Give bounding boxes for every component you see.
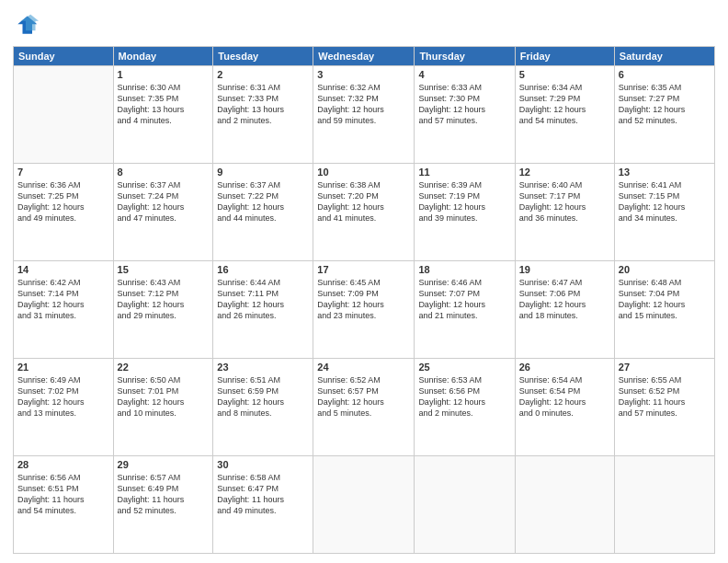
calendar-table: SundayMondayTuesdayWednesdayThursdayFrid…: [13, 46, 715, 554]
weekday-wednesday: Wednesday: [313, 47, 415, 66]
day-number: 3: [317, 69, 410, 80]
day-info: Sunrise: 6:51 AMSunset: 6:59 PMDaylight:…: [217, 374, 309, 419]
calendar-cell: 27Sunrise: 6:55 AMSunset: 6:52 PMDayligh…: [614, 359, 714, 456]
day-info: Sunrise: 6:53 AMSunset: 6:56 PMDaylight:…: [418, 374, 510, 419]
calendar-cell: 3Sunrise: 6:32 AMSunset: 7:32 PMDaylight…: [313, 66, 415, 164]
day-info: Sunrise: 6:52 AMSunset: 6:57 PMDaylight:…: [317, 374, 410, 419]
day-info: Sunrise: 6:36 AMSunset: 7:25 PMDaylight:…: [17, 179, 109, 224]
calendar-cell: 14Sunrise: 6:42 AMSunset: 7:14 PMDayligh…: [14, 261, 114, 359]
calendar-cell: 19Sunrise: 6:47 AMSunset: 7:06 PMDayligh…: [515, 261, 614, 359]
day-number: 1: [118, 69, 210, 80]
calendar-cell: 10Sunrise: 6:38 AMSunset: 7:20 PMDayligh…: [313, 164, 415, 261]
calendar-cell: 18Sunrise: 6:46 AMSunset: 7:07 PMDayligh…: [415, 261, 515, 359]
calendar-cell: 17Sunrise: 6:45 AMSunset: 7:09 PMDayligh…: [313, 261, 415, 359]
calendar-cell: 16Sunrise: 6:44 AMSunset: 7:11 PMDayligh…: [213, 261, 313, 359]
calendar-cell: 26Sunrise: 6:54 AMSunset: 6:54 PMDayligh…: [515, 359, 614, 456]
day-number: 15: [118, 264, 210, 275]
day-number: 18: [418, 264, 510, 275]
header: [13, 9, 715, 39]
day-number: 20: [619, 264, 711, 275]
week-row-1: 1Sunrise: 6:30 AMSunset: 7:35 PMDaylight…: [14, 66, 715, 164]
calendar-cell: 21Sunrise: 6:49 AMSunset: 7:02 PMDayligh…: [14, 359, 114, 456]
day-number: 8: [118, 167, 210, 178]
logo-icon: [13, 13, 39, 39]
weekday-header-row: SundayMondayTuesdayWednesdayThursdayFrid…: [14, 47, 715, 66]
weekday-friday: Friday: [515, 47, 614, 66]
day-number: 23: [217, 362, 309, 373]
day-info: Sunrise: 6:47 AMSunset: 7:06 PMDaylight:…: [519, 277, 610, 322]
day-number: 30: [217, 459, 309, 470]
day-number: 2: [217, 69, 309, 80]
day-number: 7: [17, 167, 109, 178]
calendar-cell: [313, 456, 415, 554]
day-number: 21: [17, 362, 109, 373]
day-info: Sunrise: 6:50 AMSunset: 7:01 PMDaylight:…: [118, 374, 210, 419]
day-info: Sunrise: 6:56 AMSunset: 6:51 PMDaylight:…: [17, 472, 109, 517]
day-info: Sunrise: 6:33 AMSunset: 7:30 PMDaylight:…: [418, 82, 510, 127]
day-number: 5: [519, 69, 610, 80]
week-row-5: 28Sunrise: 6:56 AMSunset: 6:51 PMDayligh…: [14, 456, 715, 554]
calendar-cell: [415, 456, 515, 554]
day-number: 27: [619, 362, 711, 373]
day-number: 11: [418, 167, 510, 178]
calendar-cell: 25Sunrise: 6:53 AMSunset: 6:56 PMDayligh…: [415, 359, 515, 456]
day-info: Sunrise: 6:43 AMSunset: 7:12 PMDaylight:…: [118, 277, 210, 322]
day-info: Sunrise: 6:46 AMSunset: 7:07 PMDaylight:…: [418, 277, 510, 322]
day-number: 6: [619, 69, 711, 80]
calendar-cell: 29Sunrise: 6:57 AMSunset: 6:49 PMDayligh…: [113, 456, 213, 554]
weekday-sunday: Sunday: [14, 47, 114, 66]
day-info: Sunrise: 6:32 AMSunset: 7:32 PMDaylight:…: [317, 82, 410, 127]
day-info: Sunrise: 6:30 AMSunset: 7:35 PMDaylight:…: [118, 82, 210, 127]
day-number: 17: [317, 264, 410, 275]
calendar-cell: 9Sunrise: 6:37 AMSunset: 7:22 PMDaylight…: [213, 164, 313, 261]
calendar-cell: 1Sunrise: 6:30 AMSunset: 7:35 PMDaylight…: [113, 66, 213, 164]
week-row-3: 14Sunrise: 6:42 AMSunset: 7:14 PMDayligh…: [14, 261, 715, 359]
calendar-cell: 12Sunrise: 6:40 AMSunset: 7:17 PMDayligh…: [515, 164, 614, 261]
calendar-cell: 4Sunrise: 6:33 AMSunset: 7:30 PMDaylight…: [415, 66, 515, 164]
calendar-cell: [515, 456, 614, 554]
day-number: 4: [418, 69, 510, 80]
day-number: 12: [519, 167, 610, 178]
day-number: 26: [519, 362, 610, 373]
weekday-thursday: Thursday: [415, 47, 515, 66]
calendar-cell: 28Sunrise: 6:56 AMSunset: 6:51 PMDayligh…: [14, 456, 114, 554]
calendar-cell: 23Sunrise: 6:51 AMSunset: 6:59 PMDayligh…: [213, 359, 313, 456]
day-info: Sunrise: 6:57 AMSunset: 6:49 PMDaylight:…: [118, 472, 210, 517]
day-info: Sunrise: 6:38 AMSunset: 7:20 PMDaylight:…: [317, 179, 410, 224]
day-number: 24: [317, 362, 410, 373]
day-info: Sunrise: 6:58 AMSunset: 6:47 PMDaylight:…: [217, 472, 309, 517]
day-number: 13: [619, 167, 711, 178]
day-number: 22: [118, 362, 210, 373]
week-row-2: 7Sunrise: 6:36 AMSunset: 7:25 PMDaylight…: [14, 164, 715, 261]
logo: [13, 13, 42, 39]
day-number: 9: [217, 167, 309, 178]
day-number: 19: [519, 264, 610, 275]
day-number: 14: [17, 264, 109, 275]
day-number: 16: [217, 264, 309, 275]
day-info: Sunrise: 6:37 AMSunset: 7:22 PMDaylight:…: [217, 179, 309, 224]
calendar-cell: 24Sunrise: 6:52 AMSunset: 6:57 PMDayligh…: [313, 359, 415, 456]
calendar-cell: 11Sunrise: 6:39 AMSunset: 7:19 PMDayligh…: [415, 164, 515, 261]
calendar-cell: 13Sunrise: 6:41 AMSunset: 7:15 PMDayligh…: [614, 164, 714, 261]
week-row-4: 21Sunrise: 6:49 AMSunset: 7:02 PMDayligh…: [14, 359, 715, 456]
day-info: Sunrise: 6:31 AMSunset: 7:33 PMDaylight:…: [217, 82, 309, 127]
calendar-cell: 15Sunrise: 6:43 AMSunset: 7:12 PMDayligh…: [113, 261, 213, 359]
day-info: Sunrise: 6:34 AMSunset: 7:29 PMDaylight:…: [519, 82, 610, 127]
calendar-cell: 7Sunrise: 6:36 AMSunset: 7:25 PMDaylight…: [14, 164, 114, 261]
calendar-cell: 22Sunrise: 6:50 AMSunset: 7:01 PMDayligh…: [113, 359, 213, 456]
calendar-cell: [14, 66, 114, 164]
weekday-tuesday: Tuesday: [213, 47, 313, 66]
day-info: Sunrise: 6:42 AMSunset: 7:14 PMDaylight:…: [17, 277, 109, 322]
day-info: Sunrise: 6:48 AMSunset: 7:04 PMDaylight:…: [619, 277, 711, 322]
day-info: Sunrise: 6:54 AMSunset: 6:54 PMDaylight:…: [519, 374, 610, 419]
day-info: Sunrise: 6:45 AMSunset: 7:09 PMDaylight:…: [317, 277, 410, 322]
day-info: Sunrise: 6:55 AMSunset: 6:52 PMDaylight:…: [619, 374, 711, 419]
day-info: Sunrise: 6:44 AMSunset: 7:11 PMDaylight:…: [217, 277, 309, 322]
calendar-cell: 30Sunrise: 6:58 AMSunset: 6:47 PMDayligh…: [213, 456, 313, 554]
day-info: Sunrise: 6:35 AMSunset: 7:27 PMDaylight:…: [619, 82, 711, 127]
calendar-cell: 8Sunrise: 6:37 AMSunset: 7:24 PMDaylight…: [113, 164, 213, 261]
calendar-cell: 5Sunrise: 6:34 AMSunset: 7:29 PMDaylight…: [515, 66, 614, 164]
page: SundayMondayTuesdayWednesdayThursdayFrid…: [0, 0, 728, 563]
weekday-monday: Monday: [113, 47, 213, 66]
calendar-cell: 6Sunrise: 6:35 AMSunset: 7:27 PMDaylight…: [614, 66, 714, 164]
